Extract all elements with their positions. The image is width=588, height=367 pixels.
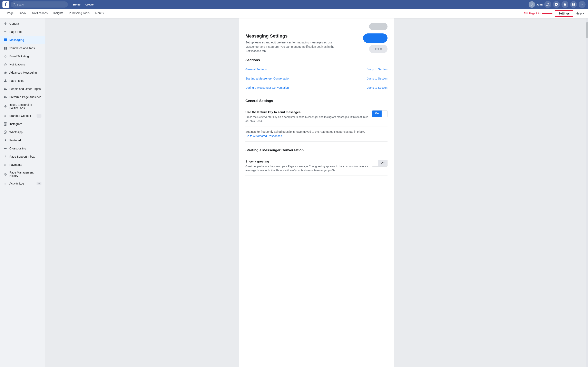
messenger-icon [554, 3, 558, 6]
sidebar-item-page-info[interactable]: ✏ Page Info [0, 28, 45, 36]
show-greeting-label: Show a greeting [245, 160, 369, 163]
sidebar-item-notifications[interactable]: ◎ Notifications [0, 60, 45, 68]
top-nav-links: Home Create [71, 2, 96, 7]
people-pages-icon [3, 87, 7, 91]
sidebar-label-activity-log: Activity Log [9, 182, 24, 185]
settings-button[interactable]: Settings [555, 10, 573, 17]
scrollbar-thumb[interactable] [586, 22, 588, 38]
sidebar-label-page-support-inbox: Page Support Inbox [9, 155, 35, 158]
home-nav[interactable]: Home [71, 2, 82, 7]
gear-icon: ⚙ [3, 22, 7, 26]
chevron-down-icon [581, 3, 584, 6]
greeting-off-option[interactable]: Off [378, 160, 387, 166]
sidebar-label-page-management-history: Page Management History [9, 171, 42, 177]
diamond-icon: ◇ [3, 54, 7, 58]
fb-support-icon: f [3, 155, 7, 159]
toggle-off-option[interactable] [381, 110, 387, 117]
preferred-audience-icon [3, 95, 7, 99]
messenger-icon-btn[interactable] [553, 1, 560, 8]
sidebar-item-templates-tabs[interactable]: Templates and Tabs [0, 44, 45, 52]
help-icon-btn[interactable] [570, 1, 577, 8]
toggle-on-option[interactable]: On [372, 110, 381, 117]
sidebar-item-advanced-messaging[interactable]: ◉ Advanced Messaging [0, 68, 45, 77]
svg-rect-0 [4, 47, 5, 48]
return-key-toggle[interactable]: On [372, 110, 388, 117]
sidebar-label-event-ticketing: Event Ticketing [9, 55, 29, 58]
issue-ads-icon: ⚙ [3, 104, 7, 108]
sidebar-item-payments[interactable]: $ Payments [0, 161, 45, 169]
globe-icon: ◎ [3, 62, 7, 67]
blue-button-decoration [363, 33, 388, 43]
sidebar-item-people-other-pages[interactable]: People and Other Pages [0, 85, 45, 93]
nav-page[interactable]: Page [4, 9, 17, 18]
show-greeting-setting: Show a greeting Greet people before they… [245, 156, 388, 176]
nav-inbox[interactable]: Inbox [17, 9, 29, 18]
sidebar-item-messaging[interactable]: Messaging [0, 36, 45, 44]
search-input[interactable] [17, 3, 62, 6]
general-settings-link[interactable]: General Settings [245, 68, 267, 71]
sidebar-item-instagram[interactable]: Instagram [0, 120, 45, 128]
dot-3 [380, 48, 382, 50]
sidebar-label-preferred-audience: Preferred Page Audience [9, 95, 41, 99]
return-key-desc: Press the Return/Enter key on a computer… [245, 115, 369, 123]
avatar: J [528, 1, 535, 8]
user-name: John [536, 3, 543, 6]
scrollbar[interactable] [586, 18, 588, 367]
nav-publishing-tools[interactable]: Publishing Tools [66, 9, 92, 18]
sidebar-item-crossposting[interactable]: Crossposting [0, 144, 45, 152]
nav-more[interactable]: More ▾ [92, 9, 107, 18]
starting-conv-title: Starting a Messenger Conversation [245, 148, 388, 152]
sidebar-label-templates-tabs: Templates and Tabs [9, 47, 35, 50]
sidebar-item-featured[interactable]: ★ Featured [0, 136, 45, 144]
sidebar-label-branded-content: Branded Content [9, 114, 31, 117]
faq-moved-row: Settings for frequently asked questions … [245, 126, 388, 142]
nav-notifications[interactable]: Notifications [29, 9, 51, 18]
sidebar-item-general[interactable]: ⚙ General [0, 20, 45, 28]
sidebar-item-issue-ads[interactable]: ⚙ Issue, Electoral or Political Ads [0, 101, 45, 112]
bell-icon [563, 3, 567, 6]
chevron-down-icon-btn[interactable] [579, 1, 586, 8]
sidebar-item-activity-log[interactable]: ≡ Activity Log → [0, 179, 45, 188]
sidebar-label-page-roles: Page Roles [9, 79, 24, 82]
starting-conv-jump[interactable]: Jump to Section [367, 77, 388, 80]
top-bar-right: J John [528, 1, 586, 8]
sidebar-item-branded-content[interactable]: ◈ Branded Content → [0, 112, 45, 120]
create-nav[interactable]: Create [83, 2, 95, 7]
whatsapp-icon [3, 130, 7, 134]
during-conv-jump[interactable]: Jump to Section [367, 86, 388, 89]
sections-block: Sections General Settings Jump to Sectio… [245, 58, 388, 92]
list-icon: ≡ [3, 182, 7, 185]
during-conv-link[interactable]: During a Messenger Conversation [245, 86, 289, 89]
faq-moved-text: Settings for frequently asked questions … [245, 130, 388, 138]
sidebar-item-page-roles[interactable]: Page Roles [0, 77, 45, 85]
sidebar-item-whatsapp[interactable]: WhatsApp [0, 128, 45, 136]
sidebar-label-issue-ads: Issue, Electoral or Political Ads [9, 103, 42, 110]
sidebar: ⚙ General ✏ Page Info Messaging Template… [0, 18, 45, 367]
general-settings-title: General Settings [245, 99, 388, 103]
show-greeting-toggle[interactable]: Off [372, 160, 388, 167]
help-icon [572, 3, 575, 6]
svg-rect-3 [6, 48, 7, 50]
sidebar-label-instagram: Instagram [9, 122, 22, 125]
sidebar-item-page-support-inbox[interactable]: f Page Support Inbox [0, 152, 45, 161]
dots-button[interactable] [369, 45, 388, 53]
automated-responses-link[interactable]: Go to Automated Responses [245, 134, 282, 138]
pencil-icon: ✏ [3, 30, 7, 34]
bell-icon-btn[interactable] [562, 1, 568, 8]
user-profile[interactable]: J John [528, 1, 543, 8]
search-bar[interactable] [11, 1, 68, 8]
nav-insights[interactable]: Insights [51, 9, 66, 18]
general-settings-jump[interactable]: Jump to Section [367, 68, 388, 71]
return-key-info: Use the Return key to send messages Pres… [245, 110, 369, 123]
return-key-setting: Use the Return key to send messages Pres… [245, 107, 388, 126]
header-actions [363, 33, 388, 53]
edit-page-info-link[interactable]: Edit Page Info [524, 12, 540, 15]
nav-help[interactable]: Help ▾ [576, 12, 584, 15]
greeting-on-option[interactable] [372, 160, 378, 166]
sidebar-item-page-management-history[interactable]: ◷ Page Management History [0, 169, 45, 179]
sidebar-item-event-ticketing[interactable]: ◇ Event Ticketing [0, 52, 45, 60]
sidebar-item-preferred-audience[interactable]: Preferred Page Audience [0, 93, 45, 101]
starting-conv-link[interactable]: Starting a Messenger Conversation [245, 77, 290, 80]
return-key-label: Use the Return key to send messages [245, 110, 369, 114]
people-icon-btn[interactable] [544, 1, 551, 8]
